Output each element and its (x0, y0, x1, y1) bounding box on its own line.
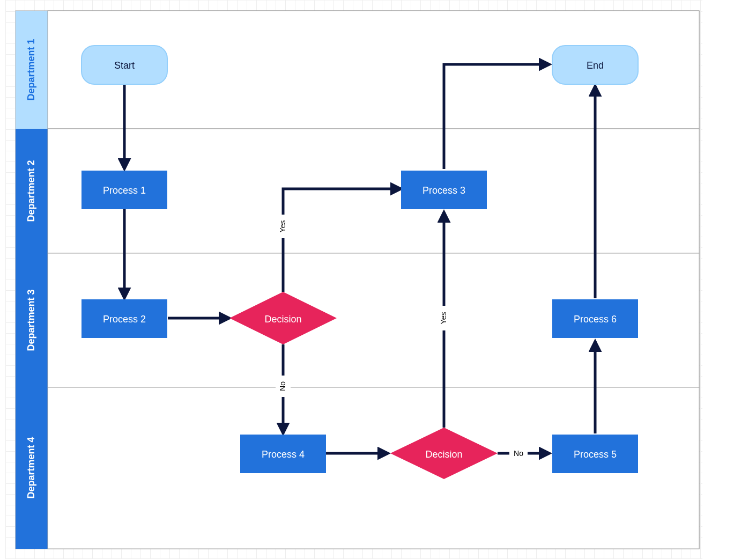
lane-2-label: Department 2 (26, 160, 36, 222)
process-1-node[interactable]: Process 1 (81, 171, 167, 209)
lane-1-label: Department 1 (26, 39, 36, 100)
start-node[interactable]: Start (81, 46, 167, 84)
decision-2-label: Decision (425, 449, 462, 460)
process-5-node[interactable]: Process 5 (552, 435, 638, 473)
decision-1-label: Decision (264, 314, 301, 325)
lane-4-label: Department 4 (26, 437, 36, 498)
process-6-label: Process 6 (574, 314, 617, 325)
end-node[interactable]: End (552, 46, 638, 84)
process-3-label: Process 3 (423, 185, 465, 196)
lane-3-label: Department 3 (26, 289, 36, 351)
process-4-label: Process 4 (262, 449, 305, 460)
start-node-label: Start (114, 60, 135, 71)
process-6-node[interactable]: Process 6 (552, 299, 638, 338)
end-node-label: End (587, 60, 604, 71)
process-2-label: Process 2 (103, 314, 146, 325)
swimlane-diagram[interactable]: Department 1 Department 2 Department 3 D… (5, 0, 702, 559)
process-1-label: Process 1 (103, 185, 146, 196)
process-5-label: Process 5 (574, 449, 617, 460)
process-3-node[interactable]: Process 3 (401, 171, 487, 209)
edge-d1-no-label: No (278, 381, 287, 391)
process-4-node[interactable]: Process 4 (240, 435, 326, 473)
edge-d2-yes-label: Yes (439, 312, 448, 325)
process-2-node[interactable]: Process 2 (81, 299, 167, 338)
edge-d2-no-label: No (514, 449, 523, 458)
edge-d1-yes-label: Yes (278, 220, 287, 233)
